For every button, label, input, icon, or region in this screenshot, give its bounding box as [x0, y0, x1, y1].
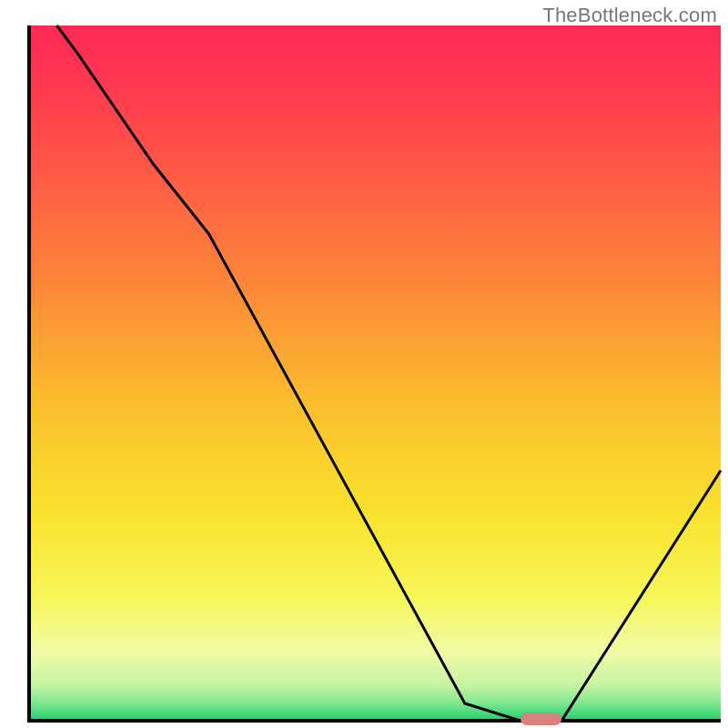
watermark-text: TheBottleneck.com: [542, 4, 717, 27]
bottleneck-chart: TheBottleneck.com: [0, 0, 728, 728]
optimum-range-marker: [521, 713, 562, 725]
chart-svg: [0, 0, 728, 728]
plot-background: [29, 25, 721, 721]
